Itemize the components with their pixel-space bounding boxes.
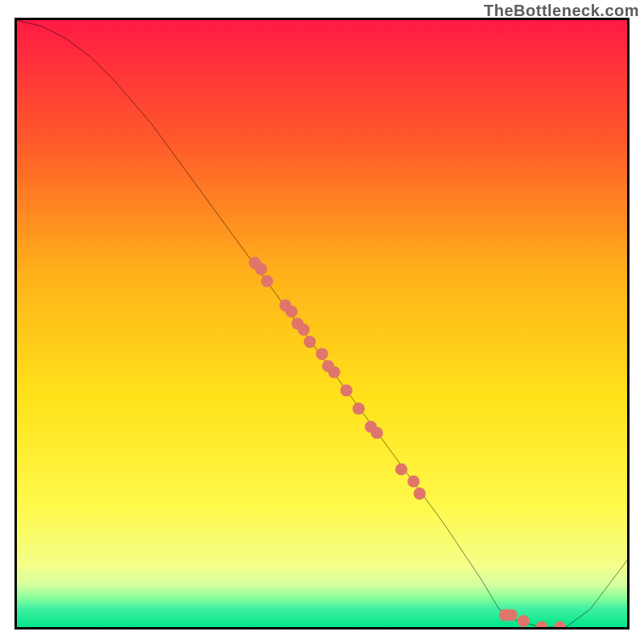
chart-overlay [17, 20, 627, 627]
data-point [328, 366, 341, 378]
data-point [414, 488, 426, 500]
data-point [298, 324, 310, 336]
data-points [249, 257, 566, 627]
curve-path [17, 20, 627, 627]
data-point [316, 348, 328, 360]
data-point [395, 463, 407, 475]
plot-area [17, 20, 627, 627]
chart-frame: TheBottleneck.com [0, 0, 644, 644]
data-point [341, 384, 353, 396]
data-point [286, 305, 298, 317]
data-point [303, 336, 316, 348]
data-point [518, 615, 530, 627]
data-point [353, 402, 365, 415]
data-point [535, 621, 547, 627]
data-point [505, 609, 517, 621]
watermark-label: TheBottleneck.com [484, 2, 639, 20]
bottleneck-curve [17, 20, 627, 627]
data-point [255, 263, 267, 275]
data-point [554, 621, 566, 627]
plot-border [14, 18, 630, 630]
data-point [261, 275, 273, 287]
data-point [371, 427, 383, 439]
data-point [407, 476, 419, 488]
